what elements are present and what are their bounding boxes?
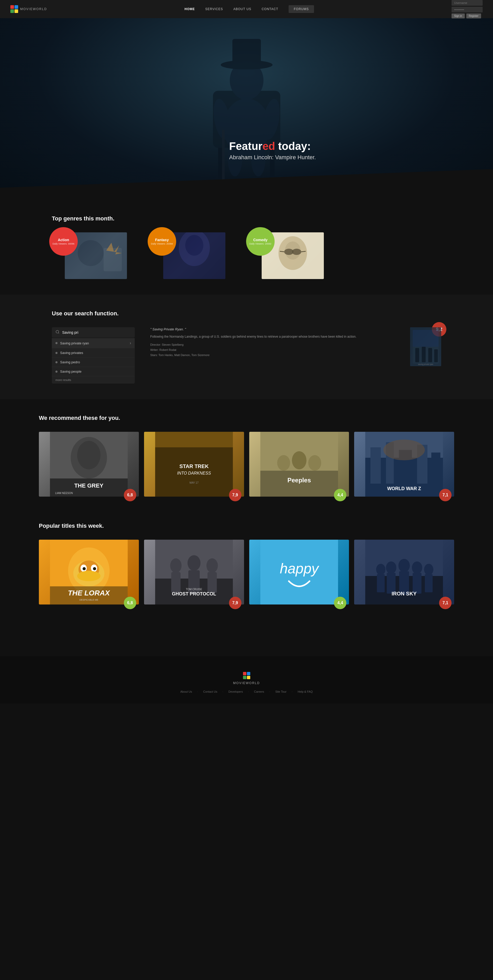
- svg-rect-99: [425, 574, 433, 592]
- movie-card-trek[interactable]: STAR TREK INTO DARKNESS MAY 17 7,9: [144, 432, 244, 496]
- genre-name-comedy: Comedy: [253, 238, 267, 242]
- svg-text:IRON SKY: IRON SKY: [392, 591, 417, 597]
- footer: MOVIEWORLD About Us · Contact Us · Devel…: [0, 656, 493, 703]
- footer-link-help[interactable]: Help & FAQ: [298, 690, 313, 693]
- result-writer: Writer: Robert Rodat: [150, 347, 402, 353]
- svg-point-53: [308, 455, 321, 471]
- footer-sq-red: [243, 672, 246, 675]
- recommend-title-normal: We recommend: [39, 415, 81, 421]
- password-input[interactable]: [452, 7, 483, 13]
- register-button[interactable]: Register: [466, 13, 481, 18]
- svg-text:STAR TREK: STAR TREK: [179, 463, 209, 469]
- svg-point-80: [187, 555, 201, 571]
- suggestion-dot-2: [55, 361, 57, 363]
- suggestion-text-3: Saving people: [60, 369, 81, 374]
- svg-line-25: [280, 251, 284, 252]
- footer-link-developers[interactable]: Developers: [228, 690, 243, 693]
- suggestion-text-0: Saving private ryan: [60, 341, 89, 345]
- search-title-normal: Use our: [52, 310, 73, 317]
- logo-sq-red: [10, 5, 14, 9]
- nav-contact[interactable]: CONTACT: [262, 7, 278, 11]
- footer-sep-4: ·: [292, 690, 292, 693]
- svg-rect-50: [260, 471, 338, 496]
- svg-point-72: [77, 571, 100, 581]
- search-input-wrap[interactable]: [52, 327, 135, 338]
- svg-rect-33: [422, 347, 426, 362]
- suggestion-item-3[interactable]: Saving people: [52, 367, 135, 376]
- hero-featured-suffix: today:: [275, 140, 311, 152]
- more-results-link[interactable]: more results: [52, 376, 135, 383]
- logo-sq-yellow: [14, 10, 18, 13]
- rating-ghost-value: 7,9: [232, 601, 238, 605]
- svg-point-19: [185, 235, 203, 256]
- svg-point-70: [82, 567, 86, 570]
- search-section: Use our search function. Saving private …: [0, 294, 493, 399]
- hero-featured-red: ed: [262, 140, 275, 152]
- svg-rect-61: [431, 452, 441, 484]
- signin-button[interactable]: Sign in: [452, 13, 465, 18]
- search-title: Use our search function.: [52, 310, 441, 317]
- movie-card-worldwarz[interactable]: WORLD WAR Z 7,1: [354, 432, 454, 496]
- movie-poster-trek: STAR TREK INTO DARKNESS MAY 17: [144, 432, 244, 496]
- search-icon: [55, 330, 60, 335]
- rating-worldwarz: 7,1: [439, 489, 452, 501]
- rating-ironsky-value: 7,1: [442, 601, 448, 605]
- svg-rect-97: [413, 573, 422, 593]
- genres-title: Top genres this month.: [52, 215, 441, 222]
- rating-grey: 6,8: [124, 489, 136, 501]
- footer-link-sitetour[interactable]: Site Tour: [275, 690, 287, 693]
- popular-title: Popular titles this week.: [39, 523, 454, 529]
- nav-forums[interactable]: FORUMS: [289, 5, 314, 13]
- hero-section: Featured today: Abraham Lincoln: Vampire…: [0, 18, 493, 200]
- genre-comedy[interactable]: Comedy Daily Viewers: 15592: [249, 232, 316, 279]
- nav-home[interactable]: HOME: [184, 7, 195, 11]
- nav-about[interactable]: ABOUT US: [233, 7, 251, 11]
- logo-icon: [10, 5, 18, 13]
- footer-sq-blue: [247, 672, 250, 675]
- genre-fantasy[interactable]: Fantasy Daily Viewers: 20394: [150, 232, 218, 279]
- footer-links: About Us · Contact Us · Developers · Car…: [0, 690, 493, 693]
- suggestion-dot-1: [55, 352, 57, 354]
- svg-rect-7: [232, 39, 261, 66]
- rating-worldwarz-value: 7,1: [442, 493, 448, 497]
- search-input[interactable]: [62, 330, 131, 334]
- suggestion-item-1[interactable]: Saving privates: [52, 348, 135, 358]
- username-input[interactable]: [452, 0, 483, 6]
- footer-link-contact[interactable]: Contact Us: [203, 690, 217, 693]
- nav-services[interactable]: SERVICES: [205, 7, 223, 11]
- genre-action[interactable]: Action Daily Viewers: 30096: [52, 232, 119, 279]
- svg-point-82: [206, 558, 218, 573]
- search-title-bold: search: [73, 310, 93, 317]
- suggestion-item-2[interactable]: Saving pedro: [52, 358, 135, 367]
- result-director: Director: Steven Spielberg: [150, 342, 402, 347]
- login-area: Sign in Register: [452, 0, 483, 18]
- result-poster-wrap: 9,2 saving private ryan: [410, 327, 441, 366]
- movie-card-ghost[interactable]: TOM CRUISE GHOST PROTOCOL 7,9: [144, 540, 244, 605]
- footer-link-about[interactable]: About Us: [180, 690, 192, 693]
- svg-point-40: [77, 441, 100, 469]
- footer-logo: MOVIEWORLD: [0, 672, 493, 685]
- movie-poster-peeples: Peeples: [249, 432, 349, 496]
- suggestion-item-0[interactable]: Saving private ryan ›: [52, 338, 135, 348]
- svg-rect-91: [377, 574, 385, 592]
- svg-text:DESPICABLE ME: DESPICABLE ME: [79, 598, 98, 601]
- result-poster: saving private ryan: [410, 327, 441, 366]
- movie-card-ironsky[interactable]: IRON SKY 7,1: [354, 540, 454, 605]
- suggestion-dot-0: [55, 342, 57, 344]
- recommend-movies-grid: THE GREY LIAM NEESON 6,8 STAR TREK INTO …: [39, 432, 454, 496]
- movie-card-lorax[interactable]: THE LORAX DESPICABLE ME 6,8: [39, 540, 139, 605]
- movie-card-happy[interactable]: happy 4,4: [249, 540, 349, 605]
- rating-lorax-value: 6,8: [127, 601, 133, 605]
- svg-point-78: [170, 558, 182, 573]
- svg-point-71: [93, 567, 96, 570]
- movie-card-grey[interactable]: THE GREY LIAM NEESON 6,8: [39, 432, 139, 496]
- footer-link-careers[interactable]: Careers: [254, 690, 264, 693]
- svg-point-98: [424, 564, 433, 575]
- movie-card-peeples[interactable]: Peeples 4,4: [249, 432, 349, 496]
- svg-text:THE LORAX: THE LORAX: [68, 589, 110, 597]
- movie-poster-happy: happy: [249, 540, 349, 605]
- footer-sep-3: ·: [269, 690, 270, 693]
- svg-rect-34: [428, 348, 432, 362]
- footer-logo-icon: [243, 672, 250, 679]
- genre-name-action: Action: [58, 238, 69, 242]
